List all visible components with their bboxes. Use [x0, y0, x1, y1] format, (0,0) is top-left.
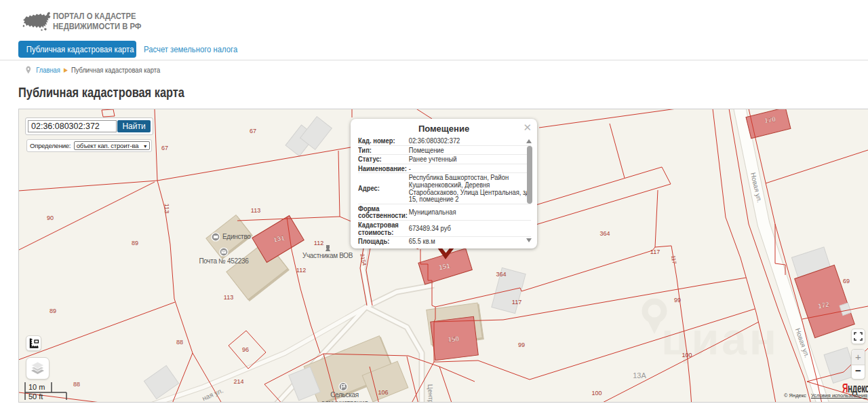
svg-text:67: 67 — [161, 145, 168, 151]
svg-text:106: 106 — [378, 389, 388, 396]
svg-text:150: 150 — [448, 335, 460, 343]
svg-text:50 ft: 50 ft — [28, 392, 43, 401]
svg-text:214: 214 — [233, 378, 243, 385]
svg-text:113: 113 — [163, 204, 170, 213]
svg-text:администрация: администрация — [321, 399, 368, 403]
svg-text:88: 88 — [176, 339, 183, 346]
svg-text:69: 69 — [843, 278, 850, 284]
svg-text:117: 117 — [670, 255, 677, 265]
svg-text:89: 89 — [50, 308, 56, 314]
svg-text:364: 364 — [599, 230, 610, 237]
svg-text:89: 89 — [132, 240, 138, 246]
svg-text:Почта № 452236: Почта № 452236 — [199, 257, 249, 265]
svg-text:113: 113 — [251, 207, 260, 214]
svg-text:112: 112 — [314, 240, 323, 246]
svg-text:циан: циан — [661, 314, 779, 364]
svg-text:113: 113 — [224, 294, 233, 301]
svg-text:Сельская: Сельская — [330, 391, 359, 399]
svg-text:Участникам ВОВ: Участникам ВОВ — [302, 252, 353, 259]
svg-text:117: 117 — [650, 248, 660, 255]
svg-text:117: 117 — [512, 299, 521, 306]
svg-text:10 m: 10 m — [28, 383, 45, 391]
svg-text:90: 90 — [47, 215, 54, 221]
svg-text:Центральная ул.: Центральная ул. — [427, 384, 436, 403]
svg-text:Единство: Единство — [222, 233, 251, 240]
svg-text:100: 100 — [682, 352, 692, 358]
svg-text:96: 96 — [242, 346, 249, 353]
svg-text:364: 364 — [496, 271, 506, 278]
svg-text:112: 112 — [296, 267, 306, 274]
svg-text:99: 99 — [674, 297, 681, 303]
svg-text:67: 67 — [250, 128, 256, 134]
svg-text:99: 99 — [518, 342, 525, 348]
svg-text:100: 100 — [591, 390, 601, 396]
svg-text:13А: 13А — [633, 371, 646, 380]
